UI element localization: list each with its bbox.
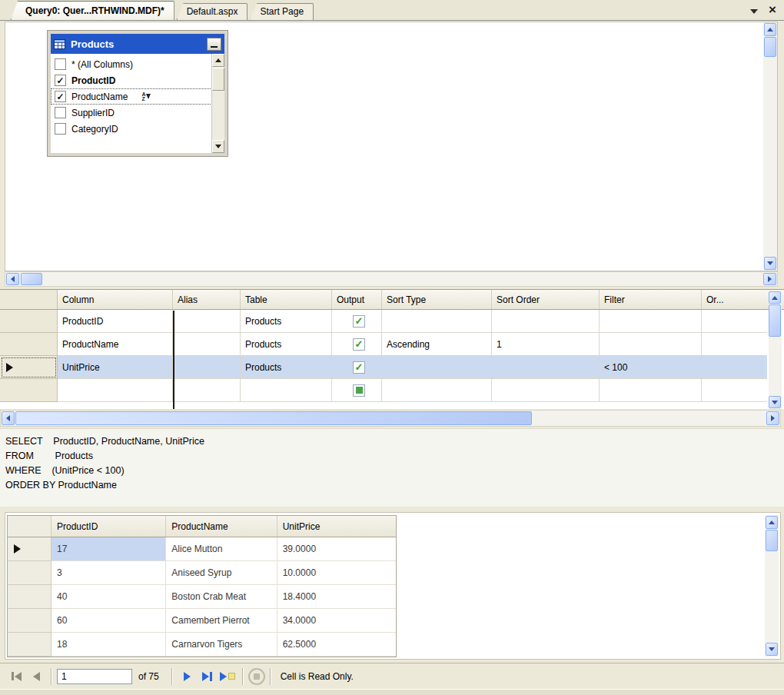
cell-table[interactable]: Products: [241, 333, 332, 356]
scroll-right-icon[interactable]: [766, 411, 779, 425]
header-filter[interactable]: Filter: [600, 290, 702, 309]
current-record-input[interactable]: [57, 669, 132, 684]
header-output[interactable]: Output: [332, 290, 382, 309]
cell-output[interactable]: ✓: [332, 356, 382, 379]
stop-button[interactable]: [248, 668, 265, 685]
cell-sort-type[interactable]: [382, 356, 492, 379]
field-row-productname[interactable]: ✓ ProductName AZ: [51, 88, 224, 105]
cell-unitprice[interactable]: 34.0000: [277, 609, 396, 633]
cell-or[interactable]: [702, 379, 767, 402]
previous-record-button[interactable]: [26, 668, 46, 685]
close-document-icon[interactable]: ×: [769, 5, 776, 15]
scroll-down-icon[interactable]: [212, 140, 224, 153]
header-sort-order[interactable]: Sort Order: [492, 290, 600, 309]
cell-or[interactable]: [702, 310, 767, 333]
output-checkbox-checked-icon[interactable]: ✓: [353, 338, 365, 351]
cell-column[interactable]: UnitPrice: [58, 356, 173, 379]
cell-productname[interactable]: Camembert Pierrot: [166, 609, 277, 633]
minimize-button[interactable]: [207, 38, 221, 51]
last-record-button[interactable]: [198, 668, 218, 685]
cell-productname[interactable]: Aniseed Syrup: [166, 561, 277, 585]
cell-output[interactable]: ✓: [332, 310, 382, 333]
cell-sort-order[interactable]: 1: [492, 333, 600, 356]
scroll-up-icon[interactable]: [766, 516, 778, 529]
checkbox-checked-icon[interactable]: ✓: [55, 75, 66, 86]
cell-sort-type[interactable]: [382, 379, 492, 402]
cell-table[interactable]: Products: [241, 356, 332, 379]
row-selector[interactable]: [0, 333, 58, 356]
output-checkbox-checked-icon[interactable]: ✓: [353, 315, 365, 328]
criteria-vertical-scrollbar[interactable]: [769, 291, 782, 409]
cell-sort-order[interactable]: [492, 379, 600, 402]
scroll-right-icon[interactable]: [763, 273, 776, 285]
row-selector[interactable]: [8, 585, 51, 609]
scroll-down-icon[interactable]: [769, 396, 781, 408]
scroll-left-icon[interactable]: [2, 411, 15, 425]
cell-column[interactable]: [58, 379, 173, 402]
cell-output[interactable]: ✓: [332, 333, 382, 356]
tab-start-page[interactable]: Start Page: [250, 3, 314, 20]
header-productname[interactable]: ProductName: [166, 516, 277, 537]
scrollbar-thumb[interactable]: [15, 411, 532, 425]
row-selector-current[interactable]: [8, 537, 51, 561]
cell-unitprice[interactable]: 18.4000: [277, 585, 396, 609]
cell-alias[interactable]: [173, 379, 241, 402]
scroll-left-icon[interactable]: [6, 273, 19, 285]
scroll-down-icon[interactable]: [766, 643, 778, 656]
cell-column[interactable]: ProductName: [58, 333, 173, 356]
scroll-up-icon[interactable]: [212, 54, 224, 67]
row-selector-current[interactable]: [0, 356, 58, 379]
scrollbar-thumb[interactable]: [769, 304, 781, 337]
tab-query0[interactable]: Query0: Quer...RTHWIND.MDF)*: [11, 1, 174, 20]
checkbox-unchecked-icon[interactable]: [55, 58, 66, 70]
scrollbar-thumb[interactable]: [764, 37, 776, 57]
field-row-categoryid[interactable]: CategoryID: [51, 121, 224, 137]
field-row-all-columns[interactable]: * (All Columns): [51, 56, 224, 72]
checkbox-unchecked-icon[interactable]: [55, 107, 66, 118]
header-or[interactable]: Or...: [702, 290, 767, 309]
cell-alias[interactable]: [173, 310, 241, 333]
sql-editor-pane[interactable]: SELECT ProductID, ProductName, UnitPrice…: [0, 428, 784, 507]
first-record-button[interactable]: [6, 668, 26, 685]
scroll-up-icon[interactable]: [769, 291, 781, 304]
diagram-horizontal-scrollbar[interactable]: [5, 271, 778, 287]
results-vertical-scrollbar[interactable]: [765, 515, 779, 657]
output-checkbox-indeterminate-icon[interactable]: [353, 384, 365, 397]
cell-sort-type[interactable]: Ascending: [382, 333, 492, 356]
row-selector[interactable]: [8, 561, 51, 585]
diagram-vertical-scrollbar[interactable]: [763, 22, 777, 271]
header-unitprice[interactable]: UnitPrice: [277, 516, 396, 537]
next-record-button[interactable]: [178, 668, 198, 685]
cell-alias[interactable]: [173, 333, 241, 356]
cell-productid[interactable]: 40: [51, 585, 166, 609]
tab-list-dropdown-icon[interactable]: [750, 9, 758, 14]
cell-productid[interactable]: 18: [51, 633, 166, 657]
cell-output[interactable]: [332, 379, 382, 402]
cell-filter[interactable]: [600, 333, 702, 356]
field-row-supplierid[interactable]: SupplierID: [51, 105, 224, 121]
cell-table[interactable]: [241, 379, 332, 402]
scroll-up-icon[interactable]: [764, 23, 776, 36]
cell-filter[interactable]: < 100: [600, 356, 702, 379]
cell-or[interactable]: [702, 333, 767, 356]
criteria-horizontal-scrollbar[interactable]: [0, 410, 781, 427]
header-sort-type[interactable]: Sort Type: [382, 290, 492, 309]
cell-productid[interactable]: 17: [51, 537, 166, 561]
header-table[interactable]: Table: [241, 290, 332, 309]
header-alias[interactable]: Alias: [173, 290, 241, 309]
row-selector[interactable]: [8, 609, 51, 633]
header-column[interactable]: Column: [58, 290, 173, 309]
checkbox-unchecked-icon[interactable]: [55, 123, 66, 135]
cell-productid[interactable]: 3: [51, 561, 166, 585]
scroll-down-icon[interactable]: [764, 257, 776, 270]
cell-sort-order[interactable]: [492, 310, 600, 333]
cell-table[interactable]: Products: [241, 310, 332, 333]
field-row-productid[interactable]: ✓ ProductID: [51, 72, 224, 88]
scrollbar-thumb[interactable]: [766, 530, 778, 551]
cell-filter[interactable]: [600, 379, 702, 402]
field-list-scrollbar[interactable]: [211, 54, 224, 153]
cell-productid[interactable]: 60: [51, 609, 166, 633]
new-record-button[interactable]: [218, 668, 238, 685]
cell-or[interactable]: [702, 356, 767, 379]
products-window-titlebar[interactable]: Products: [51, 34, 224, 54]
